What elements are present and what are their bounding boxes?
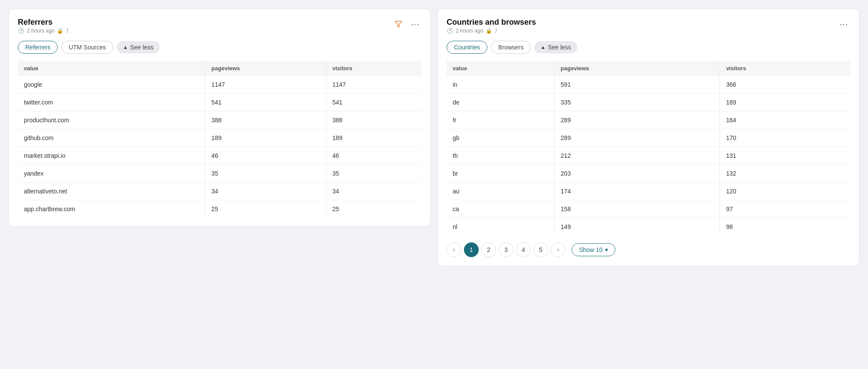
col-value: value xyxy=(18,61,205,76)
table-row: fr 289 164 xyxy=(447,111,850,129)
page-1-button[interactable]: 1 xyxy=(464,242,479,257)
countries-meta-time: 2 hours ago xyxy=(456,28,483,34)
countries-more-options-button[interactable]: ⋯ xyxy=(837,18,850,31)
see-less-label: See less xyxy=(130,44,154,51)
table-row: ca 158 97 xyxy=(447,200,850,218)
page-2-button[interactable]: 2 xyxy=(481,242,496,257)
referrers-tabs: Referrers UTM Sources ▲ See less xyxy=(18,41,421,54)
cell-value: gb xyxy=(447,129,554,147)
tab-referrers[interactable]: Referrers xyxy=(18,41,58,54)
cell-value: in xyxy=(447,76,554,94)
countries-header-icons: ⋯ xyxy=(837,18,850,31)
cell-pageviews: 203 xyxy=(554,165,720,183)
cell-pageviews: 149 xyxy=(554,218,720,236)
tab-countries[interactable]: Countries xyxy=(447,41,487,54)
cell-pageviews: 1147 xyxy=(205,76,326,94)
show-label: Show 10 xyxy=(579,246,602,253)
table-row: de 335 189 xyxy=(447,94,850,111)
tab-browsers[interactable]: Browsers xyxy=(491,41,531,54)
countries-see-less-button[interactable]: ▲ See less xyxy=(534,41,577,53)
cell-pageviews: 541 xyxy=(205,94,326,111)
referrers-title: Referrers xyxy=(18,18,69,27)
cell-visitors: 366 xyxy=(720,76,850,94)
cell-visitors: 34 xyxy=(326,183,421,200)
tab-utm-sources[interactable]: UTM Sources xyxy=(61,41,113,54)
cell-visitors: 170 xyxy=(720,129,850,147)
cell-visitors: 189 xyxy=(720,94,850,111)
cell-pageviews: 335 xyxy=(554,94,720,111)
cell-value: github.com xyxy=(18,129,205,147)
table-row: gb 289 170 xyxy=(447,129,850,147)
page-5-button[interactable]: 5 xyxy=(533,242,548,257)
table-row: app.chartbrew.com 25 25 xyxy=(18,200,421,218)
svg-marker-0 xyxy=(395,21,402,27)
cell-pageviews: 25 xyxy=(205,200,326,218)
see-less-button[interactable]: ▲ See less xyxy=(117,41,160,53)
cell-pageviews: 289 xyxy=(554,111,720,129)
next-page-button[interactable]: › xyxy=(551,242,566,257)
cell-visitors: 120 xyxy=(720,183,850,200)
countries-title-block: Countries and browsers 🕐 2 hours ago 🔒 ⤴ xyxy=(447,18,536,39)
cell-visitors: 46 xyxy=(326,147,421,165)
cell-value: de xyxy=(447,94,554,111)
table-row: br 203 132 xyxy=(447,165,850,183)
cell-value: yandex xyxy=(18,165,205,183)
cell-value: market.strapi.io xyxy=(18,147,205,165)
cell-pageviews: 35 xyxy=(205,165,326,183)
cell-visitors: 164 xyxy=(720,111,850,129)
table-row: google 1147 1147 xyxy=(18,76,421,94)
referrers-panel: Referrers 🕐 2 hours ago 🔒 ⤴ ⋯ Referrers … xyxy=(9,9,431,227)
cell-visitors: 1147 xyxy=(326,76,421,94)
referrers-title-block: Referrers 🕐 2 hours ago 🔒 ⤴ xyxy=(18,18,69,39)
countries-chevron-up-icon: ▲ xyxy=(540,44,546,50)
cell-value: ca xyxy=(447,200,554,218)
countries-see-less-label: See less xyxy=(548,44,571,51)
cell-value: alternativeto.net xyxy=(18,183,205,200)
cell-visitors: 97 xyxy=(720,200,850,218)
meta-clock-icon-2: 🕐 xyxy=(447,28,453,34)
cell-pageviews: 34 xyxy=(205,183,326,200)
pagination: ‹ 1 2 3 4 5 › Show 10 ▾ xyxy=(447,242,850,257)
countries-browsers-header: Countries and browsers 🕐 2 hours ago 🔒 ⤴… xyxy=(447,18,850,39)
referrers-table: value pageviews visitors google 1147 114… xyxy=(18,61,421,218)
meta-lock-icon-2: 🔒 xyxy=(486,28,492,34)
cell-pageviews: 189 xyxy=(205,129,326,147)
cell-pageviews: 158 xyxy=(554,200,720,218)
meta-share-icon: ⤴ xyxy=(66,28,69,34)
countries-browsers-meta: 🕐 2 hours ago 🔒 ⤴ xyxy=(447,28,536,34)
table-row: alternativeto.net 34 34 xyxy=(18,183,421,200)
page-4-button[interactable]: 4 xyxy=(516,242,531,257)
filter-button[interactable] xyxy=(392,18,405,31)
countries-table: value pageviews visitors in 591 366 de 3… xyxy=(447,61,850,235)
cell-pageviews: 289 xyxy=(554,129,720,147)
table-row: twitter.com 541 541 xyxy=(18,94,421,111)
table-row: th 212 131 xyxy=(447,147,850,165)
countries-col-visitors: visitors xyxy=(720,61,850,76)
countries-table-header: value pageviews visitors xyxy=(447,61,850,76)
cell-value: producthunt.com xyxy=(18,111,205,129)
cell-visitors: 35 xyxy=(326,165,421,183)
cell-value: fr xyxy=(447,111,554,129)
referrers-header: Referrers 🕐 2 hours ago 🔒 ⤴ ⋯ xyxy=(18,18,421,39)
countries-col-value: value xyxy=(447,61,554,76)
page-3-button[interactable]: 3 xyxy=(499,242,513,257)
meta-share-icon-2: ⤴ xyxy=(495,28,497,34)
table-row: github.com 189 189 xyxy=(18,129,421,147)
cell-visitors: 131 xyxy=(720,147,850,165)
cell-pageviews: 212 xyxy=(554,147,720,165)
chevron-up-icon: ▲ xyxy=(123,44,128,50)
table-row: au 174 120 xyxy=(447,183,850,200)
cell-pageviews: 388 xyxy=(205,111,326,129)
countries-browsers-title: Countries and browsers xyxy=(447,18,536,27)
cell-pageviews: 591 xyxy=(554,76,720,94)
more-options-button[interactable]: ⋯ xyxy=(408,18,421,31)
cell-value: th xyxy=(447,147,554,165)
cell-value: nl xyxy=(447,218,554,236)
col-visitors: visitors xyxy=(326,61,421,76)
meta-clock-icon: 🕐 xyxy=(18,28,24,34)
show-count-button[interactable]: Show 10 ▾ xyxy=(572,243,615,256)
prev-page-button[interactable]: ‹ xyxy=(447,242,461,257)
countries-browsers-tabs: Countries Browsers ▲ See less xyxy=(447,41,850,54)
referrers-meta-time: 2 hours ago xyxy=(27,28,54,34)
cell-visitors: 541 xyxy=(326,94,421,111)
